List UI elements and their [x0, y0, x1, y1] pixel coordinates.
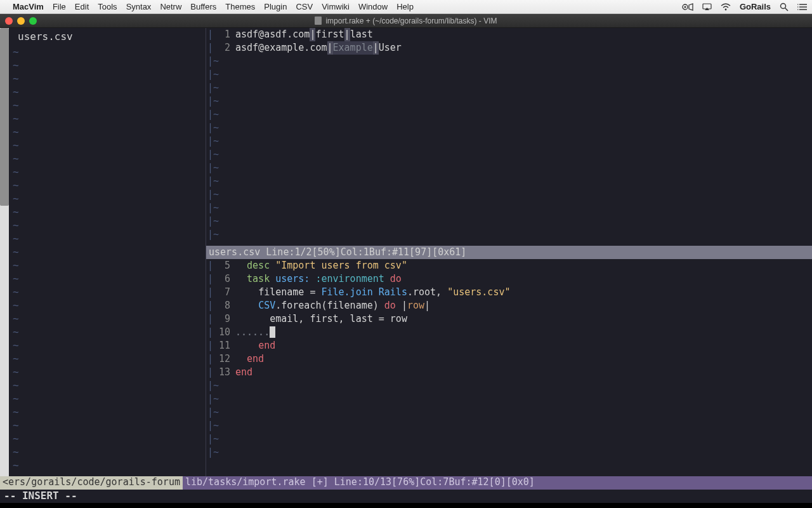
- wifi-icon[interactable]: [721, 3, 731, 11]
- editor-area: users.csv ~~~~~~~~~~~~~~~~~~~~~~~~~~~~~~…: [0, 28, 812, 476]
- tilde-fill: |~|~|~|~|~|~|~|~|~|~|~|~|~|~: [206, 55, 812, 241]
- line-number: 8: [214, 299, 235, 312]
- scrollbar[interactable]: [0, 28, 9, 476]
- menu-list-icon[interactable]: [797, 3, 807, 11]
- minimize-button[interactable]: [17, 17, 25, 25]
- airplay-icon[interactable]: [702, 3, 712, 11]
- cursor: [270, 326, 275, 338]
- top-code-pane[interactable]: | 1 asdf@asdf.com|first|last | 2 asdf@ex…: [206, 28, 812, 246]
- tree-file[interactable]: users.csv: [9, 28, 206, 45]
- line-number: 2: [214, 41, 235, 55]
- screen-record-icon[interactable]: [682, 3, 693, 11]
- menu-netrw[interactable]: Netrw: [160, 2, 181, 11]
- line-number: 13: [214, 366, 235, 379]
- code-panes: | 1 asdf@asdf.com|first|last | 2 asdf@ex…: [206, 28, 812, 476]
- status-path-left: <ers/gorails/code/gorails-forum: [0, 476, 183, 490]
- menu-themes[interactable]: Themes: [225, 2, 255, 11]
- close-button[interactable]: [5, 17, 13, 25]
- split-status-bar: users.csv Line:1/2[50%]Col:1Buf:#11[97][…: [206, 246, 812, 259]
- line-number: 11: [214, 339, 235, 352]
- menu-plugin[interactable]: Plugin: [264, 2, 287, 11]
- menu-buffers[interactable]: Buffers: [190, 2, 216, 11]
- line-number: 12: [214, 352, 235, 366]
- bottom-border: [0, 503, 812, 508]
- line-number: 10: [214, 326, 235, 339]
- svg-point-4: [781, 3, 786, 8]
- scrollbar-thumb[interactable]: [0, 28, 9, 206]
- document-icon: [315, 17, 322, 25]
- line-number: 7: [214, 286, 235, 299]
- menu-tools[interactable]: Tools: [98, 2, 117, 11]
- menu-vimwiki[interactable]: Vimwiki: [322, 2, 350, 11]
- svg-point-11: [797, 9, 799, 10]
- spotlight-icon[interactable]: [780, 3, 789, 11]
- window-title: import.rake + (~/code/gorails-forum/lib/…: [325, 17, 497, 25]
- menu-file[interactable]: File: [53, 2, 66, 11]
- svg-line-5: [785, 8, 789, 11]
- line-number: 9: [214, 312, 235, 326]
- svg-point-9: [797, 4, 799, 5]
- menu-help[interactable]: Help: [396, 2, 414, 11]
- window-titlebar[interactable]: import.rake + (~/code/gorails-forum/lib/…: [0, 14, 812, 28]
- line-number: 5: [214, 259, 235, 272]
- file-tree-pane[interactable]: users.csv ~~~~~~~~~~~~~~~~~~~~~~~~~~~~~~…: [0, 28, 206, 476]
- menu-syntax[interactable]: Syntax: [126, 2, 152, 11]
- menu-edit[interactable]: Edit: [75, 2, 89, 11]
- vim-mode-line: -- INSERT --: [0, 490, 812, 503]
- menu-window[interactable]: Window: [358, 2, 388, 11]
- line-number: 1: [214, 28, 235, 41]
- menu-csv[interactable]: CSV: [296, 2, 313, 11]
- main-status-bar: <ers/gorails/code/gorails-forum lib/task…: [0, 476, 812, 490]
- menubar-right-label[interactable]: GoRails: [740, 2, 771, 11]
- maximize-button[interactable]: [29, 17, 37, 25]
- macos-menubar: MacVim File Edit Tools Syntax Netrw Buff…: [0, 0, 812, 14]
- bottom-code-pane[interactable]: |5 desc "Import users from csv" |6 task …: [206, 259, 812, 477]
- tilde-fill: ~~~~~~~~~~~~~~~~~~~~~~~~~~~~~~~~: [9, 45, 206, 472]
- line-number: 6: [214, 272, 235, 286]
- tilde-fill: |~|~|~|~|~|~: [206, 379, 812, 459]
- status-path-right: lib/tasks/import.rake [+] Line:10/13[76%…: [183, 476, 812, 490]
- svg-point-1: [684, 6, 686, 8]
- svg-point-3: [724, 8, 726, 10]
- menubar-app-name[interactable]: MacVim: [13, 2, 44, 11]
- svg-point-10: [797, 6, 799, 8]
